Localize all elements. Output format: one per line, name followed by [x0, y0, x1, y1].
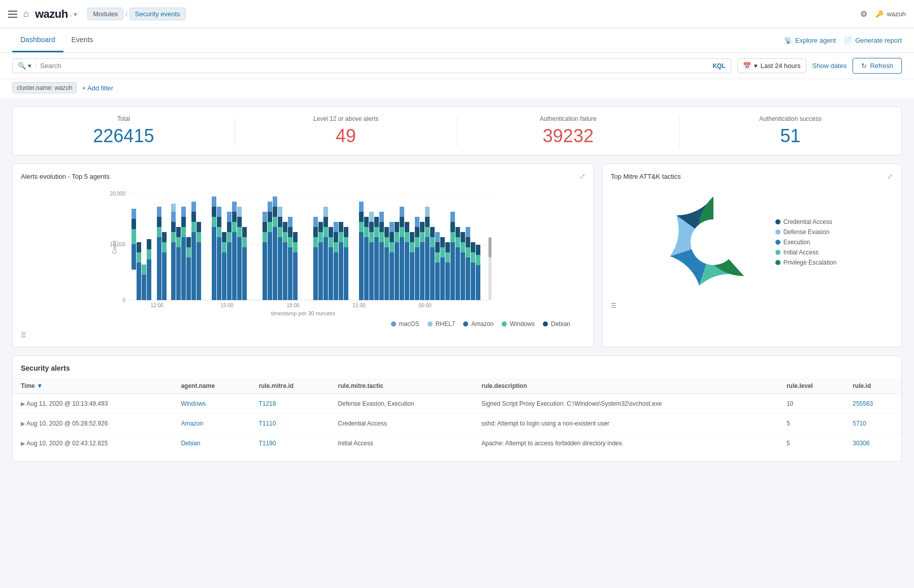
svg-rect-92 — [283, 222, 287, 232]
col-description[interactable]: rule.description — [473, 378, 778, 394]
svg-rect-11 — [137, 263, 141, 300]
svg-rect-17 — [147, 249, 151, 259]
svg-rect-202 — [471, 242, 475, 252]
col-agent-name[interactable]: agent.name — [173, 378, 250, 394]
svg-text:00:00: 00:00 — [418, 303, 431, 308]
svg-rect-79 — [268, 222, 272, 232]
svg-rect-41 — [191, 232, 196, 300]
svg-rect-25 — [162, 232, 167, 242]
svg-rect-143 — [384, 237, 389, 247]
svg-rect-194 — [461, 242, 465, 252]
svg-rect-149 — [395, 242, 399, 300]
svg-rect-63 — [232, 232, 237, 300]
svg-rect-58 — [222, 232, 226, 242]
svg-rect-152 — [400, 237, 404, 300]
kql-badge[interactable]: KQL — [708, 62, 725, 70]
stat-auth-success: Authentication success 51 — [679, 115, 901, 147]
explore-agent-button[interactable]: 📡 Explore agent — [784, 37, 836, 44]
svg-rect-50 — [212, 207, 216, 217]
col-time[interactable]: Time ▼ — [13, 378, 173, 394]
sort-arrow-icon: ▼ — [37, 382, 43, 389]
breadcrumb-security-events[interactable]: Security events — [129, 8, 186, 20]
svg-rect-175 — [430, 227, 435, 237]
svg-rect-119 — [339, 232, 343, 242]
svg-rect-168 — [420, 222, 425, 232]
svg-rect-95 — [288, 227, 292, 237]
svg-rect-151 — [395, 222, 399, 232]
user-menu[interactable]: 🔑 wazuh — [875, 10, 906, 18]
search-icon-dropdown[interactable]: 🔍 ▾ — [18, 62, 36, 70]
search-input[interactable] — [40, 62, 704, 70]
row-rule-id-2[interactable]: 5710 — [853, 420, 866, 427]
row-expand-icon-3[interactable]: ▶ — [21, 440, 26, 446]
tab-events[interactable]: Events — [63, 28, 102, 52]
svg-rect-157 — [405, 232, 409, 242]
row-mitre-id-1[interactable]: T1218 — [258, 400, 276, 407]
expand-bar-chart-icon[interactable]: ⤢ — [579, 172, 585, 180]
row-expand-icon-1[interactable]: ▶ — [21, 401, 26, 407]
row-mitre-id-3[interactable]: T1190 — [258, 440, 276, 447]
svg-rect-85 — [273, 197, 277, 207]
svg-rect-8 — [132, 229, 136, 244]
legend-rhel7: RHEL7 — [428, 320, 455, 328]
row-level-3: 5 — [778, 434, 844, 453]
show-dates-button[interactable]: Show dates — [812, 62, 847, 70]
svg-rect-156 — [405, 242, 409, 300]
svg-rect-76 — [263, 222, 267, 232]
svg-text:21:00: 21:00 — [352, 303, 365, 308]
svg-rect-135 — [374, 237, 379, 300]
svg-rect-118 — [339, 242, 343, 300]
svg-rect-146 — [389, 242, 394, 252]
svg-rect-12 — [137, 252, 141, 263]
row-agent-2[interactable]: Amazon — [181, 420, 203, 427]
svg-rect-62 — [227, 212, 232, 222]
col-rule-id[interactable]: rule.id — [844, 378, 901, 394]
breadcrumb-modules[interactable]: Modules — [87, 8, 123, 20]
row-agent-1[interactable]: Windows — [181, 400, 206, 407]
hamburger-menu[interactable] — [8, 11, 17, 18]
breadcrumb: Modules / Security events — [87, 8, 185, 20]
row-agent-3[interactable]: Debian — [181, 440, 200, 447]
filter-tag-cluster[interactable]: cluster.name: wazuh — [12, 82, 77, 93]
svg-rect-144 — [384, 227, 389, 237]
row-expand-icon-2[interactable]: ▶ — [21, 420, 26, 427]
settings-icon[interactable]: ⚙ — [860, 9, 867, 19]
col-rule-level[interactable]: rule.level — [778, 378, 844, 394]
svg-rect-65 — [232, 212, 237, 222]
svg-rect-22 — [157, 207, 161, 217]
time-range-selector[interactable]: 📅 ▾ Last 24 hours — [737, 58, 806, 73]
bar-chart-list-icon[interactable]: ☰ — [21, 332, 26, 339]
bar-chart-x-label: timestamp per 30 minutes — [21, 310, 585, 316]
refresh-button[interactable]: ↻ Refresh — [853, 58, 902, 74]
svg-rect-96 — [288, 217, 292, 227]
add-filter-button[interactable]: + Add filter — [82, 84, 113, 92]
svg-rect-167 — [420, 232, 425, 242]
svg-rect-48 — [212, 227, 216, 300]
stat-level12-value: 49 — [235, 125, 457, 147]
svg-rect-35 — [181, 227, 186, 237]
svg-rect-109 — [323, 217, 328, 227]
table-row[interactable]: ▶ Aug 10, 2020 @ 05:28:52.926 Amazon T11… — [13, 414, 901, 434]
table-row[interactable]: ▶ Aug 10, 2020 @ 02:43:12.825 Debian T11… — [13, 434, 901, 453]
svg-rect-46 — [197, 232, 201, 242]
expand-pie-chart-icon[interactable]: ⤢ — [887, 172, 893, 180]
row-rule-id-1[interactable]: 255563 — [853, 400, 873, 407]
svg-rect-24 — [162, 242, 167, 252]
table-row[interactable]: ▶ Aug 11, 2020 @ 10:13:49.493 Windows T1… — [13, 394, 901, 414]
svg-rect-74 — [263, 242, 267, 300]
home-icon[interactable]: ⌂ — [23, 9, 29, 19]
svg-rect-20 — [157, 227, 161, 237]
col-mitre-tactic[interactable]: rule.mitre.tactic — [330, 378, 473, 394]
svg-rect-18 — [147, 239, 151, 249]
generate-report-button[interactable]: 📄 Generate report — [844, 37, 902, 44]
row-rule-id-3[interactable]: 30306 — [853, 440, 869, 447]
svg-rect-148 — [389, 222, 394, 232]
col-mitre-id[interactable]: rule.mitre.id — [250, 378, 330, 394]
svg-rect-153 — [400, 227, 404, 237]
tab-dashboard[interactable]: Dashboard — [12, 28, 63, 52]
logo-chevron-icon[interactable]: ▾ — [74, 10, 77, 18]
row-mitre-id-2[interactable]: T1110 — [258, 420, 276, 427]
pie-chart-list-icon[interactable]: ☰ — [611, 302, 616, 309]
legend-defense-evasion: Defense Evasion — [775, 228, 837, 236]
svg-rect-13 — [137, 242, 141, 252]
